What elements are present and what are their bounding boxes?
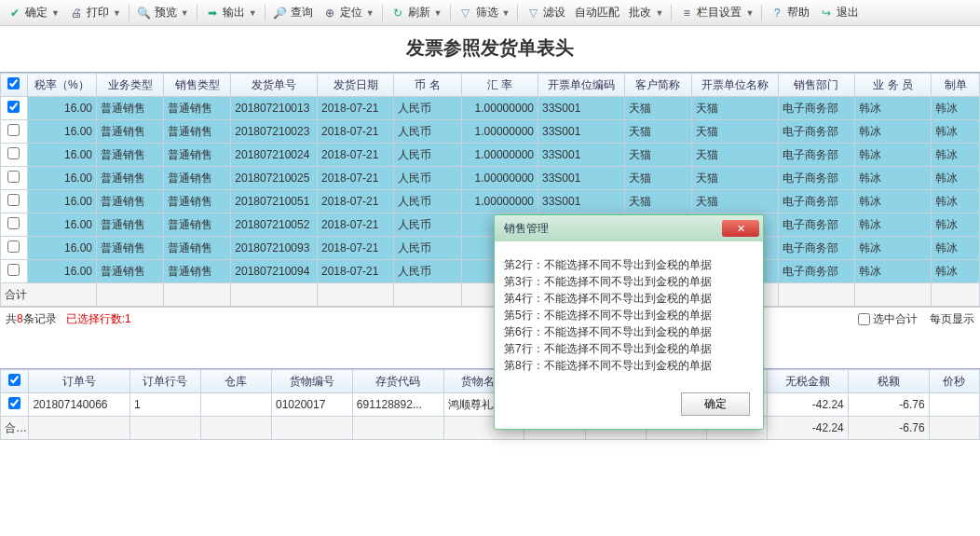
toolbar-label: 筛选 xyxy=(476,5,498,21)
dialog-titlebar[interactable]: 销售管理 ✕ xyxy=(495,215,763,241)
cell: 普通销售 xyxy=(164,97,231,120)
cell: 2018-07-21 xyxy=(318,190,394,213)
cell: 人民币 xyxy=(394,97,461,120)
cell: 普通销售 xyxy=(97,144,164,167)
cell: 普通销售 xyxy=(164,120,231,144)
cell: 201807210094 xyxy=(231,260,318,283)
col-header[interactable]: 制单 xyxy=(932,74,980,97)
cell: 16.00 xyxy=(27,260,96,283)
cell: 韩冰 xyxy=(855,260,932,283)
col-header[interactable]: 客户简称 xyxy=(624,74,691,97)
col-header[interactable]: 无税金额 xyxy=(767,370,848,393)
table-row[interactable]: 16.00普通销售普通销售2018072100512018-07-21人民币1.… xyxy=(1,190,980,213)
select-sum-checkbox[interactable]: 选中合计 xyxy=(858,311,918,327)
cell: 人民币 xyxy=(394,213,461,237)
row-checkbox[interactable] xyxy=(7,194,20,206)
dialog-line: 第7行：不能选择不同不导出到金税的单据 xyxy=(504,340,754,357)
col-header[interactable]: 仓库 xyxy=(200,370,271,393)
toolbar-定位[interactable]: ⊕定位▼ xyxy=(319,3,378,22)
row-checkbox[interactable] xyxy=(8,397,20,409)
toolbar-查询[interactable]: 🔎查询 xyxy=(269,3,317,22)
row-checkbox[interactable] xyxy=(7,264,20,276)
chevron-down-icon: ▼ xyxy=(113,8,121,18)
error-dialog: 销售管理 ✕ 第2行：不能选择不同不导出到金税的单据第3行：不能选择不同不导出到… xyxy=(494,214,764,430)
toolbar-滤设[interactable]: ▽滤设 xyxy=(522,3,569,22)
row-checkbox[interactable] xyxy=(7,241,20,253)
cell: 01020017 xyxy=(271,393,352,417)
table-row[interactable]: 16.00普通销售普通销售2018072100932018-07-21人民币电子… xyxy=(1,237,980,260)
select-all-checkbox[interactable] xyxy=(7,77,20,89)
cell: 201807210024 xyxy=(231,144,318,167)
table-row[interactable]: 16.00普通销售普通销售2018072100232018-07-21人民币1.… xyxy=(1,120,980,144)
toolbar-输出[interactable]: ➡输出▼ xyxy=(201,3,261,22)
table-row[interactable]: 16.00普通销售普通销售2018072100942018-07-21人民币电子… xyxy=(1,260,980,283)
col-header[interactable]: 汇 率 xyxy=(461,74,538,97)
col-header[interactable]: 币 名 xyxy=(394,74,461,97)
col-header[interactable]: 订单号 xyxy=(29,370,130,393)
col-header[interactable]: 销售类型 xyxy=(164,74,231,97)
cell: 韩冰 xyxy=(855,237,932,260)
cell: 韩冰 xyxy=(932,213,980,237)
cell: 韩冰 xyxy=(932,260,980,283)
col-header[interactable]: 业务类型 xyxy=(97,74,164,97)
col-header[interactable] xyxy=(1,370,29,393)
ok-button[interactable]: 确定 xyxy=(681,392,750,416)
toolbar-预览[interactable]: 🔍预览▼ xyxy=(133,3,193,22)
cell: 2018-07-21 xyxy=(318,120,394,144)
col-header[interactable]: 发货单号 xyxy=(231,74,318,97)
toolbar-separator xyxy=(761,5,762,21)
cell: 普通销售 xyxy=(97,190,164,213)
cell: -42.24 xyxy=(767,393,848,417)
cell: 1.00000000 xyxy=(461,97,538,120)
table-row[interactable]: 16.00普通销售普通销售2018072100242018-07-21人民币1.… xyxy=(1,144,980,167)
table-row[interactable]: 16.00普通销售普通销售2018072100252018-07-21人民币1.… xyxy=(1,167,980,190)
col-header[interactable]: 存货代码 xyxy=(352,370,443,393)
chevron-down-icon: ▼ xyxy=(502,8,510,18)
cell: 韩冰 xyxy=(855,213,932,237)
toolbar-栏目设置[interactable]: ≡栏目设置▼ xyxy=(675,3,757,22)
cell: 韩冰 xyxy=(855,97,932,120)
toolbar-separator xyxy=(671,5,672,21)
cell: 韩冰 xyxy=(932,190,980,213)
col-header[interactable]: 价秒 xyxy=(929,370,979,393)
cell: 普通销售 xyxy=(164,260,231,283)
close-icon[interactable]: ✕ xyxy=(722,220,759,237)
row-checkbox[interactable] xyxy=(7,171,20,183)
table-row[interactable]: 16.00普通销售普通销售2018072100132018-07-21人民币1.… xyxy=(1,97,980,120)
col-header[interactable]: 发货日期 xyxy=(318,74,394,97)
toolbar-打印[interactable]: 🖨打印▼ xyxy=(65,3,125,22)
select-all-checkbox[interactable] xyxy=(8,374,20,386)
row-checkbox[interactable] xyxy=(7,101,20,113)
col-header[interactable]: 税额 xyxy=(848,370,929,393)
select-sum-input[interactable] xyxy=(858,313,870,325)
chevron-down-icon: ▼ xyxy=(249,8,257,18)
toolbar-label: 帮助 xyxy=(787,5,810,21)
table-row[interactable]: 16.00普通销售普通销售2018072100522018-07-21人民币电子… xyxy=(1,213,980,237)
cell: 33S001 xyxy=(538,167,624,190)
row-checkbox[interactable] xyxy=(7,124,20,136)
dialog-line: 第2行：不能选择不同不导出到金税的单据 xyxy=(504,256,754,273)
输出-icon: ➡ xyxy=(205,6,220,21)
toolbar-确定[interactable]: ✔确定▼ xyxy=(4,3,63,22)
toolbar-刷新[interactable]: ↻刷新▼ xyxy=(387,3,446,22)
cell: 33S001 xyxy=(538,97,624,120)
col-header[interactable] xyxy=(1,74,28,97)
col-header[interactable]: 开票单位名称 xyxy=(691,74,778,97)
toolbar-separator xyxy=(265,5,265,21)
col-header[interactable]: 税率（%） xyxy=(27,74,96,97)
toolbar-批改[interactable]: 批改▼ xyxy=(625,3,667,22)
cell: 201807210093 xyxy=(231,237,318,260)
toolbar-自动匹配[interactable]: 自动匹配 xyxy=(571,3,623,22)
row-checkbox[interactable] xyxy=(7,147,20,159)
cell: 天猫 xyxy=(624,144,691,167)
col-header[interactable]: 业 务 员 xyxy=(855,74,932,97)
col-header[interactable]: 开票单位编码 xyxy=(538,74,624,97)
toolbar-筛选[interactable]: ▽筛选▼ xyxy=(455,3,514,22)
table-row[interactable]: 201807140066101020017691128892...鸿顺尊礼.0.… xyxy=(1,393,980,417)
col-header[interactable]: 货物编号 xyxy=(271,370,352,393)
toolbar-帮助[interactable]: ?帮助 xyxy=(766,3,813,22)
col-header[interactable]: 订单行号 xyxy=(129,370,200,393)
row-checkbox[interactable] xyxy=(7,217,20,229)
col-header[interactable]: 销售部门 xyxy=(778,74,854,97)
toolbar-退出[interactable]: ↪退出 xyxy=(815,3,863,22)
